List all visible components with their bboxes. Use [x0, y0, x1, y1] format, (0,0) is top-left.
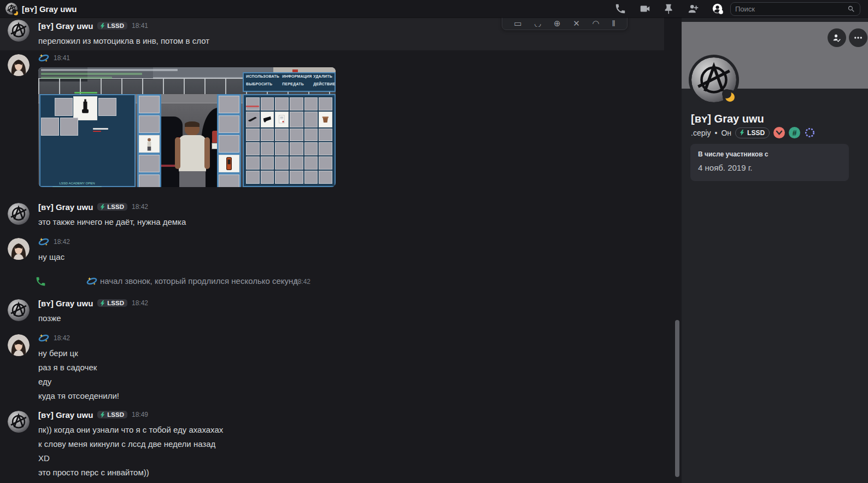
- dizzy-emoji-author-icon[interactable]: [38, 236, 49, 247]
- avatar[interactable]: [8, 20, 30, 42]
- forward-icon[interactable]: ✕: [573, 20, 580, 27]
- profile-subline: .cepiy • Он LSSD #: [691, 127, 816, 138]
- menu-info[interactable]: ИНФОРМАЦИЯ: [282, 74, 313, 82]
- inventory-slot[interactable]: [219, 135, 239, 153]
- lightning-bolt-icon: [99, 23, 105, 29]
- dizzy-emoji-author-icon[interactable]: [38, 53, 49, 63]
- inventory-slot[interactable]: [55, 98, 73, 116]
- message-text: куда тя отсоеденили!: [38, 391, 664, 400]
- lssd-guild-badge[interactable]: LSSD: [735, 127, 770, 138]
- inventory-slot[interactable]: [139, 174, 160, 187]
- inventory-slot-phone[interactable]: [219, 155, 239, 172]
- author-name[interactable]: [ʙʏ] Gray uwu: [38, 202, 93, 212]
- user-profile-toggle-button[interactable]: [712, 3, 724, 15]
- inventory-slot[interactable]: [139, 96, 160, 113]
- more-actions-icon[interactable]: ‖: [612, 20, 615, 27]
- add-friend-button[interactable]: [688, 3, 700, 15]
- avatar[interactable]: [8, 203, 30, 225]
- message-text: ну щас: [38, 252, 664, 261]
- inventory-slot[interactable]: [219, 96, 239, 113]
- inventory-slot[interactable]: [139, 115, 160, 133]
- anarchy-avatar-icon: [8, 411, 30, 433]
- menu-give[interactable]: ПЕРЕДАТЬ: [282, 82, 313, 90]
- inventory-slot[interactable]: [219, 115, 239, 133]
- lightning-bolt-icon: [99, 300, 105, 306]
- wreath-orb-badge[interactable]: [804, 127, 816, 138]
- emoji-reaction-icon[interactable]: ◡: [534, 20, 541, 27]
- message-group: [ʙʏ] Gray uwu LSSD 18:41 переложил из мо…: [0, 18, 664, 50]
- inventory-slot[interactable]: [139, 155, 160, 172]
- pin-button[interactable]: [663, 3, 675, 15]
- header-left: [ʙʏ] Gray uwu: [5, 0, 77, 18]
- slot-column: [217, 94, 241, 187]
- hud-academy-text: LSSD ACADEMY OPEN: [47, 182, 107, 187]
- gun-item-icon: [261, 112, 274, 127]
- message-text: к слову меня кикнули с лссд две недели н…: [38, 439, 664, 449]
- inventory-slot-character[interactable]: [139, 135, 160, 153]
- inventory-action-menu: ИСПОЛЬЗОВАТЬ ИНФОРМАЦИЯ УДАЛИТЬ ВЫБРОСИТ…: [243, 72, 336, 92]
- member-since-value: 4 нояб. 2019 г.: [698, 163, 841, 172]
- avatar[interactable]: [8, 411, 30, 433]
- add-reaction-icon[interactable]: ▭: [514, 20, 521, 27]
- slot-column: [137, 94, 161, 187]
- slot-rifle[interactable]: [246, 112, 260, 127]
- avatar[interactable]: [8, 238, 30, 260]
- author-name[interactable]: [ʙʏ] Gray uwu: [38, 21, 93, 31]
- cup-item-icon: [319, 112, 332, 127]
- ellipsis-icon: [853, 33, 863, 43]
- member-since-card: В числе участников с 4 нояб. 2019 г.: [690, 144, 849, 181]
- lightning-bolt-icon: [739, 130, 745, 136]
- idle-status-icon: [723, 90, 737, 104]
- more-options-button[interactable]: [849, 28, 867, 47]
- dizzy-emoji-author-icon[interactable]: [86, 276, 97, 287]
- menu-delete[interactable]: УДАЛИТЬ: [313, 74, 332, 82]
- menu-drop[interactable]: ВЫБРОСИТЬ: [246, 82, 282, 90]
- avatar[interactable]: [8, 299, 30, 321]
- game-chat-text: [41, 73, 142, 75]
- chat-scrollbar-thumb[interactable]: [675, 320, 679, 477]
- inventory-slot-selected[interactable]: [73, 96, 97, 120]
- user-profile-panel: [ʙʏ] Gray uwu .cepiy • Он LSSD # В числе…: [682, 18, 868, 483]
- message-group: 18:42 ну щас: [0, 236, 664, 261]
- inventory-slot[interactable]: [219, 174, 239, 187]
- inventory-slot[interactable]: [60, 118, 78, 136]
- message-text: раз я в садочек: [38, 363, 664, 372]
- slot-document[interactable]: [275, 112, 289, 127]
- message-text: еду: [38, 377, 664, 386]
- anarchy-avatar-icon: [8, 299, 30, 321]
- message-text: пк)) когда они узнали что я с тобой еду …: [38, 425, 664, 434]
- avatar[interactable]: [8, 334, 30, 356]
- dizzy-emoji-author-icon[interactable]: [38, 333, 49, 344]
- game-chat-text: [41, 69, 178, 71]
- search-input[interactable]: [735, 5, 847, 13]
- header-avatar[interactable]: [5, 3, 17, 15]
- reply-icon[interactable]: ◠: [593, 20, 600, 27]
- avatar[interactable]: [8, 54, 30, 76]
- author-name[interactable]: [ʙʏ] Gray uwu: [38, 299, 93, 308]
- friend-request-button[interactable]: [828, 28, 846, 47]
- video-call-button[interactable]: [639, 3, 651, 15]
- anarchy-avatar-icon: [8, 20, 30, 42]
- page-title: [ʙʏ] Gray uwu: [22, 4, 77, 14]
- menu-use[interactable]: ИСПОЛЬЗОВАТЬ: [246, 74, 282, 82]
- girl-photo-avatar: [8, 54, 30, 76]
- slot-cup[interactable]: [319, 112, 332, 127]
- message-text: XD: [38, 453, 664, 463]
- anarchy-avatar-icon: [8, 203, 30, 225]
- inventory-slot[interactable]: [41, 118, 59, 136]
- red-chevron-badge[interactable]: [773, 127, 785, 138]
- voice-call-button[interactable]: [614, 3, 626, 15]
- item-label: [246, 106, 259, 107]
- hashtag-badge[interactable]: #: [789, 127, 800, 138]
- menu-action[interactable]: ДЕЙСТВИЕ: [313, 82, 332, 90]
- search-box[interactable]: [730, 2, 860, 16]
- lightning-bolt-icon: [99, 412, 105, 418]
- inventory-left-panel: LSSD ACADEMY OPEN: [39, 94, 136, 187]
- profile-avatar[interactable]: [689, 55, 739, 105]
- inventory-slot[interactable]: [98, 98, 116, 116]
- game-screenshot-attachment[interactable]: LSSD ACADEMY OPEN: [38, 67, 336, 187]
- timestamp: 18:42: [54, 334, 70, 342]
- super-reaction-icon[interactable]: ⊕: [554, 20, 561, 27]
- slot-gun[interactable]: [261, 112, 274, 127]
- author-name[interactable]: [ʙʏ] Gray uwu: [38, 410, 93, 420]
